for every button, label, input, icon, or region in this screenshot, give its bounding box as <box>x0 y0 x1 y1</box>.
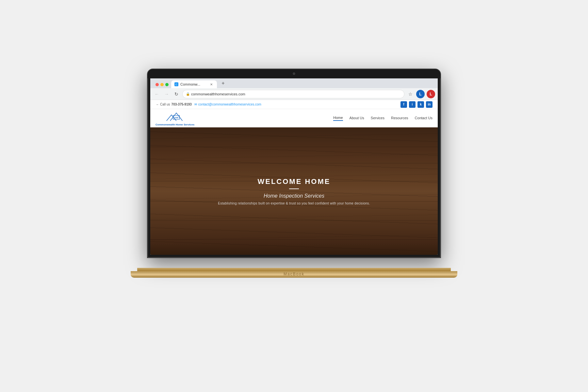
address-bar: ← → ↻ 🔒 commonwealthhomeservices.com ☆ L… <box>150 88 438 100</box>
phone-number[interactable]: 703-375-9193 <box>172 103 192 106</box>
hero-divider <box>289 188 299 189</box>
url-bar[interactable]: 🔒 commonwealthhomeservices.com <box>182 90 404 98</box>
laptop-base: MacBook <box>131 269 457 278</box>
linkedin-icon[interactable]: in <box>426 101 433 108</box>
new-tab-button[interactable]: + <box>220 80 227 87</box>
nav-services[interactable]: Services <box>371 116 384 121</box>
site-hero: WELCOME HOME Home Inspection Services Es… <box>150 127 438 255</box>
topbar-email[interactable]: ✉ contact@commonwealthhomeservices.com <box>194 103 261 106</box>
hero-description: Establishing relationships built on expe… <box>218 202 370 205</box>
reload-button[interactable]: ↻ <box>172 90 180 98</box>
phone-label: Call us <box>160 103 170 106</box>
laptop: C Commonw... ✕ + ← → ↻ 🔒 commonwealthhom… <box>131 69 457 278</box>
back-button[interactable]: ← <box>153 90 161 98</box>
topbar-social: f i k in <box>400 101 433 108</box>
minimize-button[interactable] <box>160 83 164 86</box>
svg-text:CHS: CHS <box>174 117 178 119</box>
secondary-account-button[interactable]: L <box>427 90 435 98</box>
maximize-button[interactable] <box>165 83 169 86</box>
user-account-button[interactable]: L <box>416 90 425 98</box>
facebook-icon[interactable]: f <box>400 101 407 108</box>
instagram-icon[interactable]: i <box>409 101 416 108</box>
url-text: commonwealthhomeservices.com <box>191 92 245 96</box>
nav-contact[interactable]: Contact Us <box>415 116 433 121</box>
bookmark-button[interactable]: ☆ <box>406 90 414 98</box>
tab-title: Commonw... <box>180 82 200 86</box>
nav-about[interactable]: About Us <box>350 116 364 121</box>
lock-icon: 🔒 <box>186 92 190 96</box>
browser-tab[interactable]: C Commonw... ✕ <box>171 80 217 88</box>
scene: C Commonw... ✕ + ← → ↻ 🔒 commonwealthhom… <box>114 69 474 323</box>
email-address[interactable]: contact@commonwealthhomeservices.com <box>198 103 261 106</box>
close-button[interactable] <box>155 83 159 86</box>
hero-content: WELCOME HOME Home Inspection Services Es… <box>218 177 370 205</box>
traffic-lights <box>153 81 171 88</box>
topbar-phone: → Call us 703-375-9193 <box>155 103 192 106</box>
nav-home[interactable]: Home <box>333 116 343 121</box>
macbook-label: MacBook <box>284 272 304 276</box>
site-nav: Home About Us Services Resources Contact… <box>333 116 433 121</box>
tab-favicon: C <box>174 82 178 86</box>
tab-bar: C Commonw... ✕ + <box>150 78 438 88</box>
base-bottom: MacBook <box>131 271 457 278</box>
logo-svg: CHS <box>165 110 185 123</box>
screen-bezel: C Commonw... ✕ + ← → ↻ 🔒 commonwealthhom… <box>147 69 441 258</box>
tab-close-button[interactable]: ✕ <box>209 82 214 87</box>
email-icon: ✉ <box>194 103 197 106</box>
website-content: → Call us 703-375-9193 ✉ contact@commonw… <box>150 100 438 255</box>
phone-arrow-icon: → <box>155 103 159 106</box>
site-header: CHS Commonwealth Home Services Home Abou… <box>150 109 438 127</box>
hero-subtitle: Home Inspection Services <box>218 193 370 199</box>
browser-window: C Commonw... ✕ + ← → ↻ 🔒 commonwealthhom… <box>150 78 438 255</box>
forward-button[interactable]: → <box>163 90 171 98</box>
logo-company-name: Commonwealth Home Services <box>155 123 194 126</box>
yelp-icon[interactable]: k <box>417 101 424 108</box>
site-topbar: → Call us 703-375-9193 ✉ contact@commonw… <box>150 100 438 109</box>
camera <box>293 73 295 75</box>
site-logo[interactable]: CHS Commonwealth Home Services <box>155 110 194 126</box>
hero-title: WELCOME HOME <box>218 177 370 186</box>
nav-resources[interactable]: Resources <box>391 116 408 121</box>
